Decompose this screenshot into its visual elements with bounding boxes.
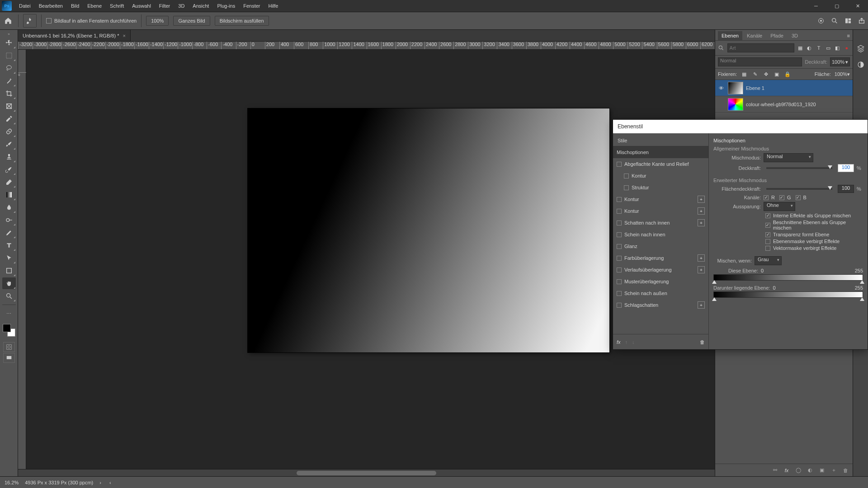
- collapse-tools-icon[interactable]: »: [1, 32, 17, 36]
- panel-menu-icon[interactable]: ≡: [844, 31, 853, 40]
- add-innershadow-icon[interactable]: +: [698, 219, 705, 226]
- lock-brush-icon[interactable]: ✎: [751, 70, 759, 78]
- artboard[interactable]: [248, 108, 609, 352]
- blendmode-select[interactable]: Normal: [764, 153, 813, 162]
- workspace-icon[interactable]: [844, 17, 852, 24]
- layer-row[interactable]: 👁 Ebene 1: [715, 80, 853, 96]
- adv-check[interactable]: Vektormaske verbirgt Effekte: [765, 245, 863, 251]
- adv-check[interactable]: Transparenz formt Ebene: [765, 232, 863, 237]
- ruler-horizontal[interactable]: -3200-3000-2800-2600-2400-2200-2000-1800…: [18, 42, 715, 50]
- filter-toggle-icon[interactable]: ●: [843, 44, 850, 52]
- fx-sidebar-icon[interactable]: fx: [617, 339, 621, 345]
- menu-plugins[interactable]: Plug-ins: [213, 1, 239, 10]
- heal-tool[interactable]: [2, 126, 16, 137]
- zoom-tool[interactable]: [2, 290, 16, 302]
- lock-all-icon[interactable]: 🔒: [784, 70, 791, 78]
- filter-shape-icon[interactable]: ▭: [825, 44, 831, 52]
- checkbox[interactable]: [765, 239, 770, 244]
- filter-smart-icon[interactable]: ◧: [834, 44, 841, 52]
- close-button[interactable]: ✕: [847, 0, 868, 12]
- home-icon[interactable]: [3, 15, 14, 26]
- share-icon[interactable]: [858, 17, 865, 24]
- sidebar-bevel[interactable]: Abgeflachte Kante und Relief: [613, 158, 708, 170]
- layer-name[interactable]: colour-wheel-gb9f78d013_1920: [746, 102, 816, 107]
- fillopacity-input[interactable]: 100: [838, 185, 854, 193]
- fx-icon[interactable]: fx: [783, 467, 790, 474]
- channel-r-checkbox[interactable]: [764, 195, 769, 200]
- history-brush-tool[interactable]: [2, 164, 16, 175]
- layer-thumbnail[interactable]: [728, 82, 743, 94]
- crop-tool[interactable]: [2, 88, 16, 99]
- frame-tool[interactable]: [2, 100, 16, 112]
- dialog-title[interactable]: Ebenenstil: [613, 120, 868, 133]
- sidebar-stroke-2[interactable]: Kontur+: [613, 205, 708, 217]
- fillopacity-slider[interactable]: [766, 188, 832, 190]
- blendif-select[interactable]: Grau: [755, 256, 782, 265]
- document-tab[interactable]: Unbenannt-1 bei 16,2% (Ebene 1, RGB/8) *…: [18, 30, 131, 41]
- this-layer-ramp[interactable]: [713, 274, 863, 281]
- sidebar-color-overlay[interactable]: Farbüberlagerung+: [613, 252, 708, 264]
- checkbox[interactable]: [765, 246, 770, 251]
- search-icon[interactable]: [831, 17, 838, 24]
- tab-pfade[interactable]: Pfade: [767, 31, 787, 40]
- menu-3d[interactable]: 3D: [175, 1, 188, 10]
- color-swatches[interactable]: [3, 324, 15, 337]
- menu-ansicht[interactable]: Ansicht: [189, 1, 212, 10]
- cloud-icon[interactable]: [817, 17, 825, 24]
- add-stroke-icon[interactable]: +: [698, 196, 705, 203]
- checkbox[interactable]: [765, 223, 770, 228]
- menu-bearbeiten[interactable]: Bearbeiten: [35, 1, 66, 10]
- group-icon[interactable]: ▣: [818, 467, 826, 474]
- new-layer-icon[interactable]: ＋: [830, 467, 837, 474]
- eyedropper-tool[interactable]: [2, 113, 16, 125]
- under-layer-ramp[interactable]: [713, 291, 863, 298]
- menu-bild[interactable]: Bild: [67, 1, 83, 10]
- fill-field[interactable]: 100%▾: [835, 71, 850, 77]
- lasso-tool[interactable]: [2, 62, 16, 74]
- brush-tool[interactable]: [2, 138, 16, 150]
- close-tab-icon[interactable]: ×: [123, 33, 125, 38]
- status-info[interactable]: 4936 Px x 3319 Px (300 ppcm): [25, 480, 93, 485]
- move-down-icon[interactable]: ↓: [632, 339, 635, 345]
- tab-kanaele[interactable]: Kanäle: [743, 31, 766, 40]
- menu-auswahl[interactable]: Auswahl: [128, 1, 155, 10]
- blend-mode-select[interactable]: Normal: [718, 57, 802, 66]
- minimize-button[interactable]: ─: [806, 0, 826, 12]
- blur-tool[interactable]: [2, 202, 16, 213]
- sidebar-inner-shadow[interactable]: Schatten nach innen+: [613, 217, 708, 229]
- add-stroke-icon[interactable]: +: [698, 207, 705, 215]
- sidebar-texture-sub[interactable]: Struktur: [613, 182, 708, 193]
- edit-toolbar-icon[interactable]: ⋯: [2, 308, 16, 319]
- scroll-all-checkbox[interactable]: Bildlauf in allen Fenstern durchführen: [46, 18, 137, 23]
- opacity-input[interactable]: 100: [838, 164, 854, 172]
- canvas[interactable]: [26, 50, 715, 469]
- menu-filter[interactable]: Filter: [156, 1, 174, 10]
- status-chevron-icon[interactable]: ›: [99, 480, 101, 485]
- current-tool-icon[interactable]: [23, 14, 37, 28]
- fill-screen-button[interactable]: Bildschirm ausfüllen: [215, 16, 269, 26]
- visibility-icon[interactable]: 👁: [717, 85, 725, 91]
- gradient-tool[interactable]: [2, 189, 16, 201]
- sidebar-stroke[interactable]: Kontur+: [613, 193, 708, 205]
- sidebar-blending-options[interactable]: Mischoptionen: [613, 146, 708, 158]
- ruler-vertical[interactable]: 0: [18, 50, 26, 469]
- filter-search-icon[interactable]: [718, 44, 725, 52]
- stamp-tool[interactable]: [2, 151, 16, 163]
- quickmask-icon[interactable]: [3, 342, 15, 352]
- add-dropshadow-icon[interactable]: +: [698, 301, 705, 309]
- layer-filter-input[interactable]: [727, 43, 794, 52]
- adjustment-icon[interactable]: ◐: [807, 467, 814, 474]
- foreground-swatch[interactable]: [3, 324, 11, 332]
- delete-layer-icon[interactable]: 🗑: [842, 467, 849, 474]
- checkbox[interactable]: [765, 232, 770, 237]
- lock-pixels-icon[interactable]: ▦: [741, 70, 748, 78]
- dock-layers-icon[interactable]: [856, 43, 866, 53]
- scrollbar-horizontal[interactable]: [18, 469, 715, 476]
- move-tool[interactable]: [2, 37, 16, 49]
- sidebar-satin[interactable]: Glanz: [613, 240, 708, 252]
- menu-ebene[interactable]: Ebene: [84, 1, 105, 10]
- marquee-tool[interactable]: [2, 50, 16, 61]
- menu-schrift[interactable]: Schrift: [106, 1, 127, 10]
- shape-tool[interactable]: [2, 265, 16, 277]
- screenmode-icon[interactable]: [3, 353, 15, 363]
